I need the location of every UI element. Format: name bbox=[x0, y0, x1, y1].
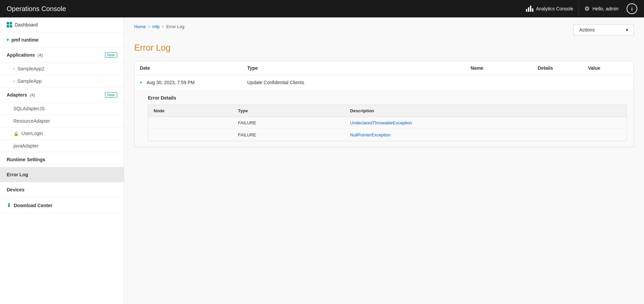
actions-chevron-icon: ▾ bbox=[626, 27, 628, 33]
chevron-down-icon: ▾ bbox=[7, 38, 9, 42]
inner-table-row: FAILURE NullPointerException bbox=[148, 129, 627, 141]
sidebar-item-runtime-settings[interactable]: Runtime Settings bbox=[0, 152, 124, 167]
sidebar-runtime-section[interactable]: ▾ pmf runtime bbox=[0, 33, 124, 48]
actions-label: Actions bbox=[579, 27, 595, 33]
top-nav-right: Analytics Console ⚙ Hello, admin i bbox=[521, 2, 637, 16]
actions-dropdown-button[interactable]: Actions ▾ bbox=[574, 24, 634, 36]
sidebar-item-sampleapp2[interactable]: › SampleApp2 bbox=[0, 63, 124, 75]
applications-new-badge: New bbox=[105, 52, 117, 58]
info-button[interactable]: i bbox=[627, 3, 637, 14]
runtime-settings-label: Runtime Settings bbox=[7, 157, 45, 162]
page-title: Error Log bbox=[134, 43, 634, 53]
inner-col-description: Description bbox=[345, 105, 627, 117]
inner-type-2: FAILURE bbox=[233, 129, 345, 141]
app-title: Operations Console bbox=[7, 5, 66, 13]
error-details-title: Error Details bbox=[148, 95, 627, 101]
devices-label: Devices bbox=[7, 187, 24, 192]
admin-label: Hello, admin bbox=[592, 6, 619, 11]
exception-link-2[interactable]: NullPointerException bbox=[350, 132, 391, 137]
col-header-details: Details bbox=[538, 65, 588, 71]
error-details-panel: Error Details Node Type Description bbox=[135, 90, 634, 146]
dashboard-icon bbox=[7, 22, 12, 27]
main-content: Home > mfp > Error Log Actions ▾ Error L… bbox=[124, 17, 644, 304]
sidebar-adapters-section[interactable]: Adapters (4) New bbox=[0, 87, 124, 103]
sidebar-item-error-log[interactable]: Error Log bbox=[0, 167, 124, 182]
error-row-main: ▾ Aug 30, 2023, 7:59 PM Update Confident… bbox=[135, 75, 634, 90]
download-icon: ⬇ bbox=[7, 202, 11, 208]
error-log-label: Error Log bbox=[7, 172, 28, 177]
error-log-table: Date Type Name Details Value ▾ Aug 30, 2… bbox=[134, 61, 634, 147]
sidebar-item-download-center[interactable]: ⬇ Download Center bbox=[0, 197, 124, 214]
sidebar-applications-title: Applications (4) bbox=[7, 52, 43, 58]
download-center-label: Download Center bbox=[14, 203, 52, 208]
inner-table-row: FAILURE UndeclaredThrowableException bbox=[148, 117, 627, 129]
lock-icon: 🔒 bbox=[13, 131, 19, 136]
analytics-console-label: Analytics Console bbox=[536, 6, 573, 11]
sidebar-dashboard-label: Dashboard bbox=[15, 22, 38, 27]
breadcrumb-sep1: > bbox=[148, 24, 151, 29]
sidebar-item-sampleapp[interactable]: › SampleApp bbox=[0, 75, 124, 87]
type-cell: Update Confidential Clients bbox=[247, 80, 471, 85]
inner-error-table: Node Type Description FAILURE Undeclared… bbox=[148, 105, 627, 141]
sidebar-item-javaadapter[interactable]: javaAdapter bbox=[0, 140, 124, 152]
sidebar-item-dashboard[interactable]: Dashboard bbox=[0, 17, 124, 33]
analytics-icon bbox=[526, 6, 533, 12]
chevron-right-icon: › bbox=[13, 79, 15, 83]
breadcrumb-actions-row: Home > mfp > Error Log Actions ▾ bbox=[134, 24, 634, 36]
sidebar-runtime-title: ▾ pmf runtime bbox=[7, 37, 39, 43]
inner-node-1 bbox=[148, 117, 233, 129]
col-header-date: Date bbox=[140, 65, 247, 71]
main-layout: Dashboard ▾ pmf runtime Applications (4)… bbox=[0, 17, 644, 304]
sidebar-item-userlogin[interactable]: 🔒 UserLogin bbox=[0, 127, 124, 140]
table-header-row: Date Type Name Details Value bbox=[135, 61, 634, 75]
collapse-icon[interactable]: ▾ bbox=[140, 80, 142, 85]
info-icon: i bbox=[631, 6, 633, 12]
col-header-name: Name bbox=[471, 65, 538, 71]
adapters-new-badge: New bbox=[105, 92, 117, 98]
inner-desc-2: NullPointerException bbox=[345, 129, 627, 141]
sidebar-item-resourceadapter[interactable]: ResourceAdapter bbox=[0, 115, 124, 127]
sidebar-applications-section[interactable]: Applications (4) New bbox=[0, 48, 124, 63]
breadcrumb-current: Error Log bbox=[166, 24, 184, 29]
sidebar-item-sqladapterjs[interactable]: SQLAdapterJS bbox=[0, 103, 124, 115]
breadcrumb-mfp[interactable]: mfp bbox=[152, 24, 160, 29]
inner-node-2 bbox=[148, 129, 233, 141]
sidebar-adapters-title: Adapters (4) bbox=[7, 92, 35, 98]
inner-type-1: FAILURE bbox=[233, 117, 345, 129]
chevron-right-icon: › bbox=[13, 66, 15, 71]
exception-link-1[interactable]: UndeclaredThrowableException bbox=[350, 120, 412, 125]
breadcrumb-sep2: > bbox=[162, 24, 164, 29]
breadcrumb: Home > mfp > Error Log bbox=[134, 24, 184, 29]
date-value: Aug 30, 2023, 7:59 PM bbox=[147, 80, 195, 85]
col-header-value: Value bbox=[588, 65, 628, 71]
inner-col-type: Type bbox=[233, 105, 345, 117]
top-navigation: Operations Console Analytics Console ⚙ H… bbox=[0, 0, 644, 17]
inner-table-header-row: Node Type Description bbox=[148, 105, 627, 117]
breadcrumb-home[interactable]: Home bbox=[134, 24, 146, 29]
sidebar-item-devices[interactable]: Devices bbox=[0, 182, 124, 197]
inner-desc-1: UndeclaredThrowableException bbox=[345, 117, 627, 129]
gear-icon: ⚙ bbox=[584, 5, 590, 12]
analytics-console-button[interactable]: Analytics Console bbox=[521, 2, 579, 15]
error-row: ▾ Aug 30, 2023, 7:59 PM Update Confident… bbox=[135, 75, 634, 147]
date-cell: ▾ Aug 30, 2023, 7:59 PM bbox=[140, 80, 247, 85]
inner-col-node: Node bbox=[148, 105, 233, 117]
col-header-type: Type bbox=[247, 65, 471, 71]
sidebar: Dashboard ▾ pmf runtime Applications (4)… bbox=[0, 17, 124, 304]
admin-button[interactable]: ⚙ Hello, admin bbox=[579, 2, 624, 16]
